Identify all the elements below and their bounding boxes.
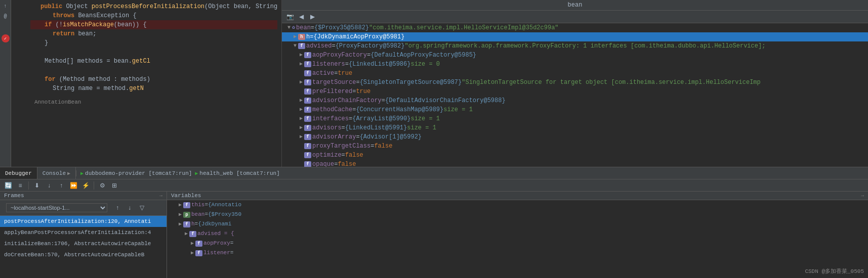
tree-row-h[interactable]: ▶ h h = {JdkDynamicAopProxy@5981} <box>282 32 868 41</box>
at-icon[interactable]: @ <box>2 12 10 20</box>
tab-debugger[interactable]: Debugger <box>0 167 37 179</box>
vars-arrow: → <box>861 193 864 199</box>
field-icon-mc: f <box>304 107 311 113</box>
var-name-targetsource: targetSource <box>312 78 356 87</box>
frames-arrow: → <box>159 193 162 199</box>
bottom-content: Frames → ~localhost-startStop-1... ↑ ↓ ▽… <box>0 192 868 278</box>
field-icon-optimize: f <box>304 152 311 158</box>
tree-row-targetsource[interactable]: ▶ f targetSource = {SingletonTargetSourc… <box>282 78 868 87</box>
expand-icon-advisors[interactable]: ▶ <box>298 123 304 132</box>
bottom-row-bean[interactable]: ▶ p bean = {$Proxy350 <box>167 210 868 219</box>
code-panel: public Object postProcessBeforeInitializ… <box>11 0 282 167</box>
bottom-row-h[interactable]: ▶ f h = {JdkDynami <box>167 219 868 229</box>
expand-listener-bottom[interactable]: ▶ <box>189 249 195 257</box>
expand-icon-listeners[interactable]: ▶ <box>298 60 304 69</box>
tree-row-opaque[interactable]: ▶ f opaque = false <box>282 160 868 167</box>
camera-button[interactable]: 📷 <box>285 12 295 22</box>
tab-console[interactable]: Console ▶ <box>37 167 76 179</box>
expand-icon-targetsource[interactable]: ▶ <box>298 78 304 87</box>
console-btn[interactable]: ≡ <box>15 180 25 191</box>
expand-icon-interfaces[interactable]: ▶ <box>298 114 304 123</box>
tree-row-bean[interactable]: ▼ ✿ bean = {$Proxy35@5882} "com.itheima.… <box>282 23 868 32</box>
filter-btn[interactable]: ⊞ <box>109 180 119 191</box>
arrow-up-icon[interactable]: ↑ <box>2 2 10 10</box>
bottom-row-advised-nested[interactable]: ▶ f advised = { <box>167 229 868 239</box>
expand-this[interactable]: ▶ <box>177 201 183 209</box>
code-line-9: for (Method method : methods) <box>30 75 277 84</box>
tree-row-proxytargetclass[interactable]: ▶ f proxyTargetClass = false <box>282 142 868 151</box>
tree-row-advisorchainfactory[interactable]: ▶ f advisorChainFactory = {DefaultAdviso… <box>282 96 868 105</box>
tree-row-methodcache[interactable]: ▶ f methodCache = {ConcurrentHashMap@598… <box>282 105 868 114</box>
expand-icon-aop[interactable]: ▶ <box>298 51 304 60</box>
expand-icon-aa[interactable]: ▶ <box>298 132 304 142</box>
breakpoint-icon[interactable]: ✓ <box>2 34 10 42</box>
expand-icon-acf[interactable]: ▶ <box>298 96 304 105</box>
code-line-2: throws BeansException { <box>30 11 277 20</box>
tree-row-prefiltered[interactable]: ▶ f preFiltered = true <box>282 87 868 96</box>
var-eq-targetsource: = <box>356 78 359 87</box>
frames-dropdown[interactable]: ~localhost-startStop-1... <box>6 203 107 212</box>
code-content: public Object postProcessBeforeInitializ… <box>26 0 281 167</box>
code-line-8 <box>30 66 277 75</box>
frame-item-2[interactable]: initializeBean:1706, AbstractAutowireCap… <box>0 238 167 249</box>
bottom-row-listener-nested[interactable]: ▶ f listener = <box>167 248 868 258</box>
tree-row-advisorarray[interactable]: ▶ f advisorArray = {Advisor[1]@5992} <box>282 132 868 142</box>
frame-item-1[interactable]: applyBeanPostProcessorsAfterInitializati… <box>0 227 167 238</box>
separator2 <box>94 181 94 190</box>
expand-icon-bean[interactable]: ▼ <box>286 23 292 32</box>
annotation-bean-label: AnnotationBean <box>30 97 277 107</box>
icon-this: f <box>183 202 190 208</box>
step-over-btn[interactable]: ⬇ <box>32 180 42 191</box>
var-ref-h: {JdkDynamicAopProxy@5981} <box>313 32 404 41</box>
expand-aop-bottom[interactable]: ▶ <box>189 239 195 248</box>
bottom-row-this[interactable]: ▶ f this = {Annotatio <box>167 200 868 210</box>
code-line-3: if (!isMatchPackage(bean)) { <box>30 20 277 29</box>
frame-up-btn[interactable]: ↑ <box>112 203 122 213</box>
frame-down-btn[interactable]: ↓ <box>125 203 135 213</box>
eval-btn[interactable]: ⚡ <box>80 180 91 191</box>
restart-button[interactable]: 🔄 <box>3 180 13 191</box>
var-bool-optimize: false <box>345 151 363 160</box>
var-ref-interfaces: {ArrayList@5990} <box>352 114 410 123</box>
expand-icon-h[interactable]: ▶ <box>292 32 298 41</box>
bottom-row-aop-nested[interactable]: ▶ f aopProxy = <box>167 239 868 248</box>
settings-btn[interactable]: ⚙ <box>97 180 107 191</box>
expand-advised-bottom[interactable]: ▶ <box>183 229 189 238</box>
var-name-active: active <box>312 69 334 78</box>
frame-filter-btn[interactable]: ▽ <box>137 203 147 213</box>
frames-panel: Frames → ~localhost-startStop-1... ↑ ↓ ▽… <box>0 192 167 278</box>
frame-item-3[interactable]: doCreateBean:570, AbstractAutowireCapabl… <box>0 249 167 260</box>
tab-health[interactable]: ▶ health_web [tomcat7:run] <box>195 170 279 176</box>
tree-row-advisors[interactable]: ▶ f advisors = {LinkedList@5991} size = … <box>282 123 868 132</box>
var-name-mc: methodCache <box>312 105 352 114</box>
run-cursor-btn[interactable]: ⏩ <box>68 180 78 191</box>
back-button[interactable]: ◀ <box>296 12 306 22</box>
frame-item-0[interactable]: postProcessAfterInitialization:120, Anno… <box>0 216 167 227</box>
var-ref-aop: {DefaultAopProxyFactory@5985} <box>370 51 476 60</box>
tree-row-advised[interactable]: ▼ f advised = {ProxyFactory@5982} "org.s… <box>282 41 868 51</box>
forward-button[interactable]: ▶ <box>307 12 317 22</box>
var-ref-advised: {ProxyFactory@5982} <box>336 41 405 51</box>
expand-icon-advised[interactable]: ▼ <box>292 41 298 51</box>
var-name-advisors: advisors <box>312 123 342 132</box>
expand-bean[interactable]: ▶ <box>177 210 183 219</box>
console-badge: ▶ <box>67 170 70 176</box>
tab-dubbo[interactable]: ▶ dubbodemo-provider [tomcat7:run] <box>80 170 192 176</box>
tab-dubbo-label: dubbodemo-provider [tomcat7:run] <box>85 170 192 176</box>
tree-row-active[interactable]: ▶ f active = true <box>282 69 868 78</box>
tree-row-listeners[interactable]: ▶ f listeners = {LinkedList@5986} size =… <box>282 60 868 69</box>
var-name-optimize: optimize <box>312 151 342 160</box>
variables-tree[interactable]: ▼ ✿ bean = {$Proxy35@5882} "com.itheima.… <box>282 23 868 167</box>
var-ref-h-bottom: {JdkDynami <box>198 220 231 228</box>
tree-row-optimize[interactable]: ▶ f optimize = false <box>282 151 868 160</box>
expand-icon-mc[interactable]: ▶ <box>298 105 304 114</box>
var-ref-bean: {$Proxy35@5882} <box>314 23 369 32</box>
var-ref-targetsource: {SingletonTargetSource@5987} <box>360 78 462 87</box>
step-into-btn[interactable]: ↓ <box>44 180 54 191</box>
tree-row-interfaces[interactable]: ▶ f interfaces = {ArrayList@5990} size =… <box>282 114 868 123</box>
top-area: ↑ @ ✓ public Object postProcessBeforeIni… <box>0 0 868 167</box>
expand-h-bottom[interactable]: ▶ <box>177 220 183 228</box>
frames-header: Frames → <box>0 192 167 200</box>
step-out-btn[interactable]: ↑ <box>56 180 66 191</box>
tree-row-aopproxyfactory[interactable]: ▶ f aopProxyFactory = {DefaultAopProxyFa… <box>282 51 868 60</box>
